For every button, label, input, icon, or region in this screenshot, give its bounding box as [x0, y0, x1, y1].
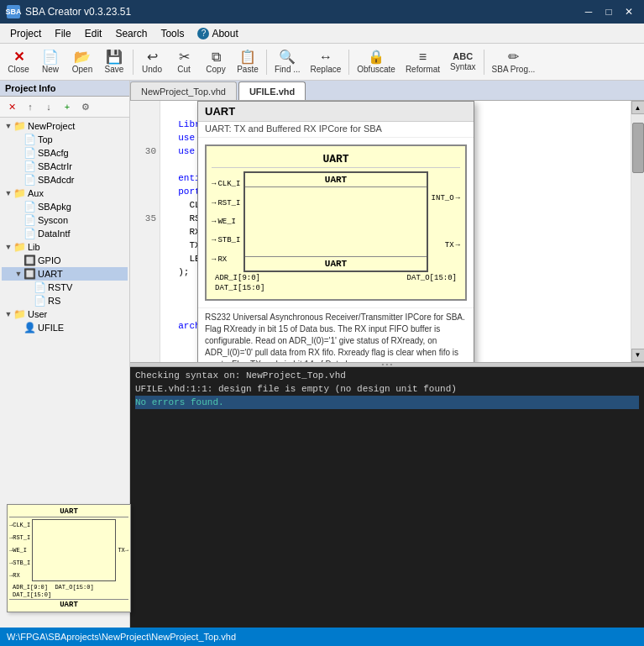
menu-about[interactable]: ? About [191, 26, 244, 41]
uart-small-dat-i: DAT_I[15:0] [9, 591, 128, 599]
replace-button[interactable]: ↔ Replace [306, 46, 346, 78]
obfuscate-button[interactable]: 🔒 Obfuscate [353, 46, 400, 78]
tree-toggle-lib[interactable]: ▼ [3, 242, 13, 252]
panel-remove-btn[interactable]: ✕ [3, 98, 20, 115]
uart-small-box [32, 519, 116, 581]
code-editor[interactable]: 30 35 Library IEEE [130, 101, 644, 362]
tree-item-top[interactable]: 📄 Top [2, 133, 128, 146]
tree-item-sbacfg[interactable]: 📄 SBAcfg [2, 146, 128, 160]
replace-icon: ↔ [319, 50, 332, 64]
panel-add-btn[interactable]: + [59, 98, 76, 115]
tree-spacer [13, 134, 24, 144]
diagram-right-pins: INT_O TX [432, 171, 460, 272]
panel-title: Project Info [5, 83, 56, 93]
paste-icon: 📋 [239, 50, 256, 64]
close-button[interactable]: ✕ Close [3, 46, 34, 78]
tree-item-uart[interactable]: ▼ 🔲 UART [2, 267, 128, 281]
pin-tx: TX [432, 238, 460, 253]
panel-down-btn[interactable]: ↓ [40, 98, 57, 115]
bottom-log[interactable]: Checking syntax on: NewProject_Top.vhd U… [130, 367, 644, 628]
menu-search[interactable]: Search [108, 26, 154, 41]
folder-icon: 📁 [13, 241, 26, 253]
file-icon: 📄 [24, 201, 36, 213]
tree-item-sbadcdr[interactable]: 📄 SBAdcdr [2, 173, 128, 186]
menu-project[interactable]: Project [3, 26, 48, 41]
copy-button[interactable]: ⧉ Copy [201, 46, 231, 78]
find-icon: 🔍 [279, 50, 296, 64]
save-icon: 💾 [106, 50, 123, 64]
tooltip-popup: UART UART: TX and Buffered RX IPCore for… [197, 101, 474, 362]
scroll-track[interactable] [631, 114, 645, 349]
obfuscate-icon: 🔒 [368, 50, 385, 64]
undo-button[interactable]: ↩ Undo [137, 46, 167, 78]
tabs-bar: NewProject_Top.vhd UFILE.vhd [130, 81, 644, 101]
tree-item-sbapkg[interactable]: 📄 SBApkg [2, 200, 128, 213]
diagram-box-middle [245, 187, 426, 256]
sbaprog-button[interactable]: ✏ SBA Prog... [488, 46, 540, 78]
pin-rx: RX [212, 252, 240, 267]
scroll-up-btn[interactable]: ▲ [631, 101, 645, 114]
copy-icon: ⧉ [212, 50, 221, 64]
save-button[interactable]: 💾 Save [99, 46, 129, 78]
file-icon: 📄 [24, 214, 36, 226]
tree-toggle-newproject[interactable]: ▼ [3, 121, 13, 131]
tree-item-sbactrlr[interactable]: 📄 SBActrIr [2, 160, 128, 173]
app-icon: SBA [7, 5, 20, 18]
menu-edit[interactable]: Edit [78, 26, 109, 41]
syntax-button[interactable]: ABC Syntax [446, 46, 480, 78]
toolbar-separator-4 [484, 50, 484, 75]
reformat-button[interactable]: ≡ Reformat [401, 46, 444, 78]
menu-bar: Project File Edit Search Tools ? About [0, 24, 644, 44]
new-button[interactable]: 📄 New [35, 46, 65, 78]
tree-toggle-user[interactable]: ▼ [3, 309, 13, 319]
tab-ufile[interactable]: UFILE.vhd [238, 81, 306, 100]
file-icon: 📄 [24, 228, 36, 239]
pin-adr: ADR_I[9:0] [215, 274, 260, 282]
status-bar: W:\FPGA\SBAprojects\NewProject\NewProjec… [0, 628, 644, 646]
find-button[interactable]: 🔍 Find ... [270, 46, 305, 78]
tree-item-syscon[interactable]: 📄 Syscon [2, 213, 128, 227]
tree-item-aux[interactable]: ▼ 📁 Aux [2, 186, 128, 200]
tree-item-rs[interactable]: 📄 RS [2, 294, 128, 307]
minimize-button[interactable]: ─ [580, 3, 597, 20]
folder-icon: 📁 [13, 120, 26, 132]
user-component-icon: 👤 [24, 322, 36, 334]
menu-tools[interactable]: Tools [154, 26, 191, 41]
pin-stb: STB_I [212, 233, 240, 248]
diagram-body: CLK_I RST_I WE_I STB_I RX UART UART [212, 171, 460, 272]
panel-up-btn[interactable]: ↑ [22, 98, 39, 115]
open-button[interactable]: 📂 Open [67, 46, 97, 78]
file-icon: 📄 [24, 147, 36, 159]
maximize-button[interactable]: □ [600, 3, 617, 20]
paste-button[interactable]: 📋 Paste [233, 46, 263, 78]
pin-int: INT_O [432, 191, 460, 206]
tree-item-ufile[interactable]: 👤 UFILE [2, 321, 128, 334]
editor-scrollbar[interactable]: ▲ ▼ [631, 101, 644, 362]
toolbar-separator-3 [348, 50, 349, 75]
tree-item-lib[interactable]: ▼ 📁 Lib [2, 240, 128, 254]
tree-item-rstv[interactable]: 📄 RSTV [2, 281, 128, 294]
cut-button[interactable]: ✂ Cut [169, 46, 199, 78]
status-path: W:\FPGA\SBAprojects\NewProject\NewProjec… [7, 632, 236, 642]
diagram-box-bottom: UART [245, 256, 426, 270]
open-icon: 📂 [74, 50, 91, 64]
panel-settings-btn[interactable]: ⚙ [77, 98, 94, 115]
right-panel: NewProject_Top.vhd UFILE.vhd 30 35 [130, 81, 644, 628]
window-close-button[interactable]: ✕ [620, 3, 637, 20]
scroll-down-btn[interactable]: ▼ [631, 349, 645, 362]
bottom-area: Checking syntax on: NewProject_Top.vhd U… [130, 367, 644, 628]
tree-toggle-aux[interactable]: ▼ [3, 188, 13, 198]
menu-file[interactable]: File [48, 26, 77, 41]
diagram-bottom-left-pin: DAT_I[15:0] [212, 284, 460, 294]
component-icon: 🔲 [24, 268, 36, 280]
diagram-bottom-pins: ADR_I[9:0] DAT_O[15:0] [212, 272, 460, 284]
tree-item-user[interactable]: ▼ 📁 User [2, 307, 128, 321]
tree-item-gpio[interactable]: 🔲 GPIO [2, 254, 128, 267]
tree-item-dataintf[interactable]: 📄 DataIntf [2, 227, 128, 240]
tab-newproject-top[interactable]: NewProject_Top.vhd [130, 81, 237, 100]
tooltip-title: UART [198, 102, 474, 122]
tree-toggle-uart[interactable]: ▼ [13, 269, 24, 279]
panel-toolbar: ✕ ↑ ↓ + ⚙ [0, 97, 129, 118]
tree-item-newproject[interactable]: ▼ 📁 NewProject [2, 119, 128, 133]
scroll-thumb[interactable] [632, 123, 644, 173]
